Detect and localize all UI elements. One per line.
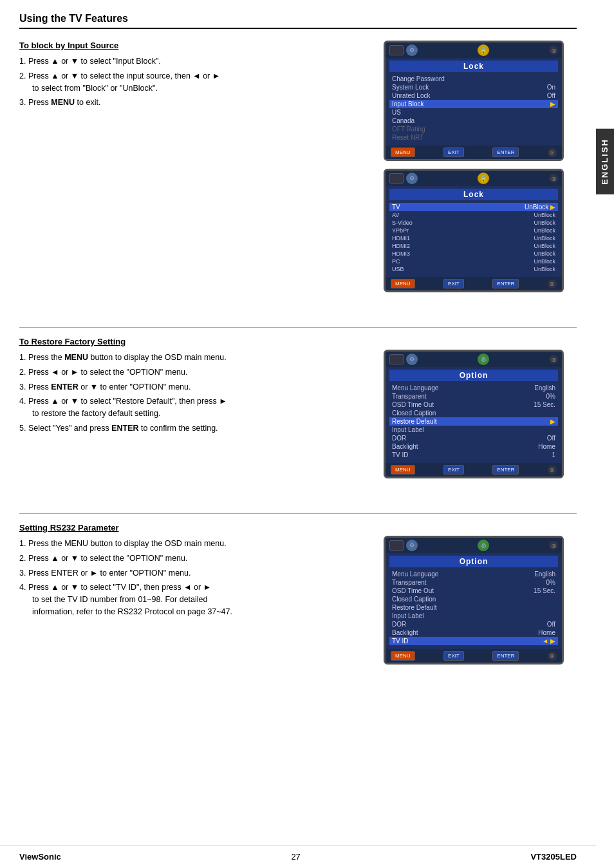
list-item: 3. Press ENTER or ▼ to enter "OPTION" me… xyxy=(19,381,358,393)
list-item: 5. Select "Yes" and press ENTER to confi… xyxy=(19,422,358,435)
tv-icon-corner-4: ◎ xyxy=(548,652,557,661)
list-item: 4. Press ▲ or ▼ to select "Restore Defau… xyxy=(19,395,358,420)
tv-menu-btn-3: MENU xyxy=(391,465,415,475)
footer-brand: ViewSonic xyxy=(19,852,61,862)
section-divider-1 xyxy=(19,327,577,328)
section-steps-restore: 1. Press the MENU button to display the … xyxy=(19,352,358,435)
list-item: 1. Press the MENU button to display the … xyxy=(19,538,358,550)
tv-menu-row: BacklightHome xyxy=(389,442,558,451)
tv-input-row: PCUnBlock xyxy=(389,258,558,265)
tv-menu-row: Transparent0% xyxy=(389,392,558,401)
section-rs232: Setting RS232 Parameter 1. Press the MEN… xyxy=(19,523,577,665)
section-block-input: To block by Input Source 1. Press ▲ or ▼… xyxy=(19,41,577,292)
section-image-rs232: ⚙ ⚙ ◎ Option Menu LanguageEnglish Transp… xyxy=(371,523,577,665)
tv-exit-btn-3: EXIT xyxy=(443,465,464,475)
tv-menu-row: OSD Time Out15 Sec. xyxy=(389,401,558,409)
tv-icon-1: ⚙ xyxy=(406,44,418,56)
tv-menu-row: Input Label xyxy=(389,426,558,434)
list-item: 2. Press ▲ or ▼ to select the "OPTION" m… xyxy=(19,552,358,565)
tv-menu-row: Change Password xyxy=(389,75,558,83)
tv-menu-row: Transparent0% xyxy=(389,578,558,587)
tv-icon-corner-2: ◎ xyxy=(548,279,557,288)
tv-menu-row: US xyxy=(389,108,558,117)
tv-menu-row: Menu LanguageEnglish xyxy=(389,384,558,392)
tv-exit-btn-4: EXIT xyxy=(443,651,464,661)
section-image-block-input: ⚙ 🔒 ◎ Lock Change Password System LockOn… xyxy=(371,41,577,292)
tv-icon-6: ◎ xyxy=(549,355,558,364)
tv-menu-row: BacklightHome xyxy=(389,628,558,637)
list-item: 3. Press MENU to exit. xyxy=(19,97,358,109)
tv-menu-row-highlighted: Input Block▶ xyxy=(389,100,558,108)
tv-menu-row: OSD Time Out15 Sec. xyxy=(389,587,558,595)
list-item: 2. Press ◄ or ► to select the "OPTION" m… xyxy=(19,366,358,379)
tv-icon-2: ◎ xyxy=(549,46,558,55)
tv-menu-row: TV ID1 xyxy=(389,451,558,459)
tv-icon-7: ⚙ xyxy=(406,540,418,551)
tv-menu-row: Restore Default xyxy=(389,603,558,612)
lock-icon: 🔒 xyxy=(478,44,489,56)
tv-input-row: AVUnBlock xyxy=(389,211,558,219)
tv-screen-option-2: ⚙ ⚙ ◎ Option Menu LanguageEnglish Transp… xyxy=(384,536,564,665)
tv-menu-row: DOROff xyxy=(389,434,558,442)
tv-enter-btn-3: ENTER xyxy=(492,465,519,475)
tv-menu-title-lock-2: Lock xyxy=(389,189,558,200)
footer-page-number: 27 xyxy=(291,852,300,862)
tv-menu-row: Canada xyxy=(389,117,558,125)
page-footer: ViewSonic 27 VT3205LED xyxy=(0,845,596,868)
side-language-tab: ENGLISH xyxy=(596,129,614,194)
tv-menu-row: System LockOn xyxy=(389,83,558,91)
tv-menu-btn: MENU xyxy=(391,147,415,157)
tv-icon-8: ◎ xyxy=(549,541,558,550)
tv-menu-row: OFT Rating xyxy=(389,125,558,133)
page-title: Using the TV Features xyxy=(19,13,577,29)
tv-icon-5: ⚙ xyxy=(406,354,418,365)
section-steps-rs232: 1. Press the MENU button to display the … xyxy=(19,538,358,618)
lock-icon-2: 🔒 xyxy=(478,173,489,184)
tv-menu-title-option-1: Option xyxy=(389,370,558,381)
list-item: 2. Press ▲ or ▼ to select the input sour… xyxy=(19,70,358,95)
tv-input-row: HDMI2UnBlock xyxy=(389,242,558,250)
section-heading-block-input: To block by Input Source xyxy=(19,41,358,50)
tv-screen-option-1: ⚙ ⚙ ◎ Option Menu LanguageEnglish Transp… xyxy=(384,350,564,478)
tv-screen-lock-1: ⚙ 🔒 ◎ Lock Change Password System LockOn… xyxy=(384,41,564,161)
section-restore-factory: To Restore Factory Setting 1. Press the … xyxy=(19,337,577,478)
tv-enter-btn-4: ENTER xyxy=(492,651,519,661)
section-heading-restore: To Restore Factory Setting xyxy=(19,337,358,346)
tv-input-row: S-VideoUnBlock xyxy=(389,219,558,227)
tv-menu-row: Reset NRT xyxy=(389,133,558,142)
tv-menu-row: Menu LanguageEnglish xyxy=(389,570,558,578)
tv-menu-btn-4: MENU xyxy=(391,651,415,661)
option-icon: ⚙ xyxy=(478,354,489,365)
tv-menu-btn-2: MENU xyxy=(391,279,415,288)
list-item: 1. Press ▲ or ▼ to select "Input Block". xyxy=(19,55,358,68)
tv-menu-row: DOROff xyxy=(389,620,558,628)
tv-menu-title-option-2: Option xyxy=(389,556,558,567)
list-item: 4. Press ▲ or ▼ to select "TV ID", then … xyxy=(19,581,358,618)
tv-input-row: YPbPrUnBlock xyxy=(389,227,558,234)
list-item: 3. Press ENTER or ► to enter "OPTION" me… xyxy=(19,567,358,580)
monitor-icon-3 xyxy=(389,354,404,364)
tv-screen-lock-2: ⚙ 🔒 ◎ Lock TVUnBlock ▶ AVUnBlock S-Video… xyxy=(384,169,564,292)
tv-input-row: HDMI3UnBlock xyxy=(389,250,558,258)
tv-icon-3: ⚙ xyxy=(406,173,418,184)
monitor-icon xyxy=(389,45,404,55)
section-heading-rs232: Setting RS232 Parameter xyxy=(19,523,358,533)
section-steps-block-input: 1. Press ▲ or ▼ to select "Input Block".… xyxy=(19,55,358,109)
tv-input-row: USBUnBlock xyxy=(389,265,558,273)
option-icon-2: ⚙ xyxy=(478,540,489,551)
tv-exit-btn: EXIT xyxy=(443,147,464,157)
tv-menu-row: Closed Caption xyxy=(389,595,558,603)
tv-menu-title-lock-1: Lock xyxy=(389,61,558,72)
tv-icon-corner: ◎ xyxy=(548,148,557,157)
tv-enter-btn: ENTER xyxy=(492,147,519,157)
section-image-restore: ⚙ ⚙ ◎ Option Menu LanguageEnglish Transp… xyxy=(371,337,577,478)
footer-model: VT3205LED xyxy=(530,852,577,862)
tv-menu-row-tv: TVUnBlock ▶ xyxy=(389,203,558,211)
tv-menu-row-tvid: TV ID◄ ▶ xyxy=(389,637,558,645)
list-item: 1. Press the MENU button to display the … xyxy=(19,352,358,364)
tv-menu-row: Input Label xyxy=(389,612,558,620)
tv-menu-row-restore: Restore Default▶ xyxy=(389,417,558,426)
monitor-icon-4 xyxy=(389,540,404,551)
tv-input-row: HDMI1UnBlock xyxy=(389,234,558,242)
monitor-icon-2 xyxy=(389,173,404,184)
